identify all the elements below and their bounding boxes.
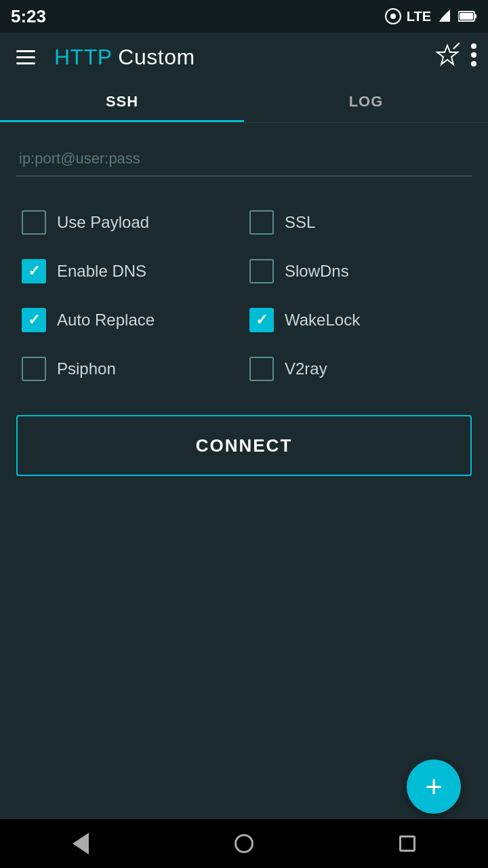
checkbox-slow-dns[interactable]: SlowDns [244, 247, 472, 296]
checkbox-wakelock-label: WakeLock [285, 311, 360, 330]
app-title-custom: Custom [112, 45, 195, 69]
tab-ssh[interactable]: SSH [0, 81, 244, 122]
checkbox-v2ray[interactable]: V2ray [244, 344, 472, 393]
nav-recent-button[interactable] [399, 835, 415, 852]
hamburger-menu-button[interactable] [11, 45, 41, 70]
app-title-http: HTTP [54, 45, 112, 69]
tabs: SSH LOG [0, 81, 488, 123]
svg-rect-2 [474, 14, 476, 18]
svg-point-8 [471, 52, 476, 58]
fab-add-button[interactable]: + [407, 760, 461, 814]
nav-bar [0, 819, 488, 868]
status-time: 5:23 [11, 6, 46, 27]
content: Use Payload SSL Enable DNS SlowDns Auto … [0, 123, 488, 492]
back-icon [73, 833, 89, 854]
svg-point-9 [471, 61, 476, 66]
more-options-icon [470, 43, 477, 67]
battery-icon [458, 10, 477, 22]
checkbox-ssl-box [249, 210, 274, 235]
checkbox-enable-dns[interactable]: Enable DNS [16, 247, 244, 296]
svg-point-7 [471, 43, 476, 49]
signal-icon [436, 8, 453, 24]
connect-button[interactable]: CONNECT [16, 415, 472, 476]
checkbox-wakelock[interactable]: WakeLock [244, 296, 472, 344]
checkbox-psiphon-label: Psiphon [57, 359, 116, 378]
connect-button-label: CONNECT [196, 435, 293, 456]
checkbox-slow-dns-label: SlowDns [285, 262, 349, 281]
checkbox-v2ray-label: V2ray [285, 359, 327, 378]
recent-icon [399, 835, 415, 852]
checkbox-use-payload-label: Use Payload [57, 213, 149, 232]
checkbox-ssl[interactable]: SSL [244, 198, 472, 247]
checkbox-slow-dns-box [249, 259, 274, 283]
checkbox-psiphon-box [22, 357, 46, 381]
checkbox-auto-replace[interactable]: Auto Replace [16, 296, 244, 344]
checkbox-auto-replace-label: Auto Replace [57, 311, 155, 330]
svg-line-6 [455, 43, 460, 47]
svg-rect-3 [460, 13, 473, 20]
hamburger-line-3 [16, 62, 35, 64]
checkbox-use-payload-box [22, 210, 46, 235]
add-icon: + [425, 772, 443, 802]
app-bar: HTTP Custom [0, 33, 488, 81]
nav-back-button[interactable] [73, 833, 89, 854]
checkbox-auto-replace-box [22, 308, 46, 332]
app-icon [385, 8, 401, 24]
tab-log[interactable]: LOG [244, 81, 488, 122]
star-icon [435, 43, 460, 67]
svg-marker-0 [439, 9, 450, 22]
status-icons: LTE [385, 8, 477, 24]
checkboxes-grid: Use Payload SSL Enable DNS SlowDns Auto … [16, 198, 472, 393]
nav-home-button[interactable] [235, 834, 253, 853]
checkbox-use-payload[interactable]: Use Payload [16, 198, 244, 247]
tab-ssh-label: SSH [106, 93, 138, 111]
more-options-button[interactable] [470, 43, 477, 72]
star-button[interactable] [435, 43, 460, 72]
checkbox-v2ray-box [249, 357, 274, 381]
home-icon [235, 834, 253, 853]
status-bar: 5:23 LTE [0, 0, 488, 33]
app-title: HTTP Custom [54, 45, 422, 70]
checkbox-ssl-label: SSL [285, 213, 315, 232]
hamburger-line-1 [16, 50, 35, 52]
tab-log-label: LOG [349, 93, 384, 111]
checkbox-enable-dns-box [22, 259, 46, 283]
app-bar-actions [435, 43, 477, 72]
checkbox-wakelock-box [249, 308, 274, 332]
ssh-input[interactable] [16, 144, 472, 176]
lte-label: LTE [407, 9, 431, 24]
checkbox-psiphon[interactable]: Psiphon [16, 344, 244, 393]
hamburger-line-2 [16, 56, 35, 58]
checkbox-enable-dns-label: Enable DNS [57, 262, 146, 281]
